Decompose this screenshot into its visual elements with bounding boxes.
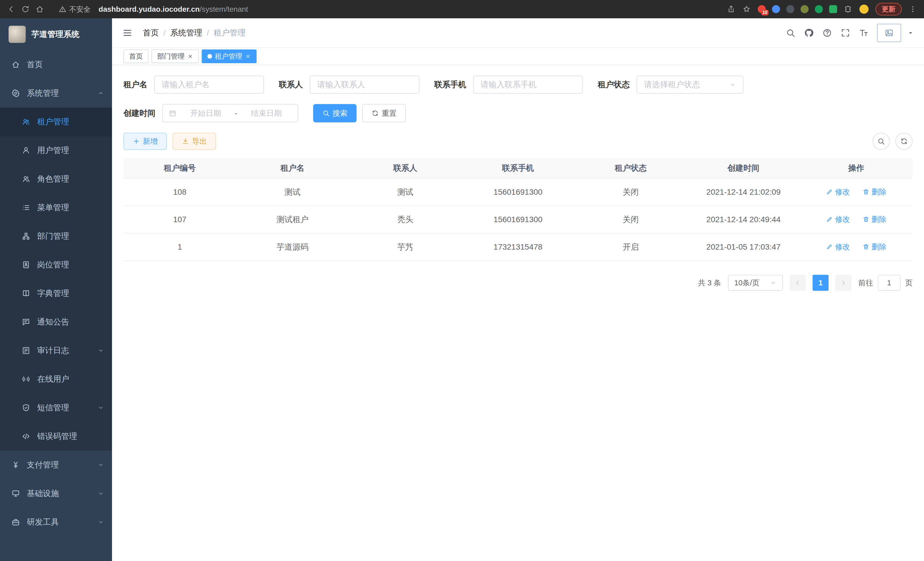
org-tree-icon [22, 232, 30, 241]
sidebar-menu-item[interactable]: 首页 [0, 50, 112, 79]
sidebar-menu-item[interactable]: 短信管理 [0, 393, 112, 422]
sidebar: 芋道管理系统 首页 系统管理 [0, 18, 112, 561]
create-time-range[interactable]: 开始日期 - 结束日期 [162, 104, 298, 122]
contact-input[interactable] [310, 75, 419, 94]
table-column-header: 租户编号 [123, 158, 236, 178]
page-size-select[interactable]: 10条/页 [728, 275, 783, 291]
security-indicator[interactable]: 不安全 [59, 5, 91, 14]
bookmark-star-icon[interactable] [742, 5, 751, 14]
tab-label: 租户管理 [215, 52, 242, 61]
sidebar-menu-item[interactable]: 菜单管理 [0, 193, 112, 222]
chevron-down-icon [770, 279, 777, 286]
page-number-button[interactable]: 1 [813, 275, 829, 291]
extension-icon[interactable] [815, 5, 823, 13]
header-search-icon[interactable] [786, 28, 795, 38]
refresh-table-button[interactable] [896, 133, 913, 150]
update-button[interactable]: 更新 [875, 3, 902, 15]
sidebar-menu-item[interactable]: 支付管理 [0, 451, 112, 479]
breadcrumb-item[interactable]: 首页 [143, 27, 170, 38]
add-button[interactable]: 新增 [123, 133, 167, 150]
browser-reload-icon[interactable] [21, 5, 30, 14]
tenant-name-input[interactable] [154, 75, 264, 94]
tenant-name-label: 租户名 [123, 79, 147, 90]
sidebar-menu-item[interactable]: 研发工具 [0, 508, 112, 536]
breadcrumb-item[interactable]: 系统管理 [170, 27, 214, 38]
browser-profile-avatar[interactable] [860, 5, 868, 14]
sidebar-menu-item[interactable]: 租户管理 [0, 108, 112, 136]
sidebar-menu-item[interactable]: 错误码管理 [0, 422, 112, 451]
edit-link[interactable]: 修改 [826, 214, 850, 224]
browser-back-icon[interactable] [7, 5, 15, 14]
search-icon [322, 110, 330, 117]
sidebar-menu-item[interactable]: 岗位管理 [0, 250, 112, 279]
reset-button[interactable]: 重置 [362, 104, 406, 122]
table-column-header: 操作 [800, 158, 913, 178]
edit-link[interactable]: 修改 [826, 187, 850, 197]
page-tab[interactable]: 首页 [123, 50, 148, 63]
cell-tenant-id: 108 [123, 178, 236, 206]
share-icon[interactable] [727, 5, 735, 14]
page-jump-input[interactable] [878, 275, 901, 291]
sidebar-menu-item[interactable]: 通知公告 [0, 308, 112, 336]
font-size-icon[interactable] [859, 28, 868, 38]
screen: 不安全 dashboard.yudao.iocoder.cn/system/te… [0, 0, 924, 561]
sidebar-menu-item[interactable]: 基础设施 [0, 479, 112, 508]
extension-icon[interactable] [829, 5, 837, 13]
cell-phone: 15601691300 [462, 206, 574, 233]
cell-tenant-id: 1 [123, 233, 236, 261]
url-path: /system/tenant [200, 5, 248, 14]
close-icon[interactable] [188, 53, 193, 59]
github-icon[interactable] [804, 28, 814, 38]
delete-link[interactable]: 删除 [862, 242, 886, 252]
extension-icon[interactable] [786, 5, 794, 13]
table-row: 108 测试 测试 15601691300 关闭 2021-12-14 21:0… [123, 178, 913, 206]
sidebar-menu-item[interactable]: 字典管理 [0, 279, 112, 308]
sidebar-menu-item[interactable]: 角色管理 [0, 165, 112, 193]
extension-icon[interactable] [772, 5, 780, 13]
toggle-search-button[interactable] [873, 133, 890, 150]
prev-page-button[interactable] [790, 275, 806, 291]
tabs-bar: 首页 部门管理 租户管理 [112, 48, 924, 65]
user-avatar[interactable] [877, 24, 901, 42]
extension-icon[interactable] [801, 5, 808, 13]
chevron-down-icon [98, 519, 104, 525]
browser-menu-icon[interactable] [909, 5, 917, 14]
extension-icon[interactable]: 10 [758, 5, 766, 13]
avatar-caret-icon[interactable] [908, 30, 914, 36]
phone-input[interactable] [473, 75, 583, 94]
menu-item-label: 用户管理 [37, 145, 105, 156]
tenant-status-select[interactable]: 请选择租户状态 [637, 75, 743, 94]
sidebar-menu-item[interactable]: 审计日志 [0, 336, 112, 365]
help-icon[interactable] [822, 28, 832, 38]
delete-link[interactable]: 删除 [862, 214, 886, 224]
menu-item-label: 岗位管理 [37, 259, 105, 270]
page-tab[interactable]: 部门管理 [152, 50, 199, 63]
code-icon [22, 432, 30, 441]
edit-link[interactable]: 修改 [826, 242, 850, 252]
chevron-up-icon [98, 90, 104, 96]
menu-item-label: 审计日志 [37, 345, 91, 356]
close-icon[interactable] [245, 53, 251, 59]
chevron-down-icon [98, 347, 104, 354]
sidebar-menu-item[interactable]: 在线用户 [0, 365, 112, 393]
post-icon [22, 260, 30, 269]
export-button[interactable]: 导出 [172, 133, 216, 150]
sidebar-menu-item[interactable]: 部门管理 [0, 222, 112, 250]
refresh-icon [371, 110, 379, 117]
extensions-puzzle-icon[interactable] [844, 5, 853, 14]
search-button[interactable]: 搜索 [313, 104, 357, 122]
delete-link[interactable]: 删除 [862, 187, 886, 197]
sidebar-toggle-icon[interactable] [122, 28, 133, 38]
page-tab[interactable]: 租户管理 [202, 50, 256, 63]
next-page-button[interactable] [836, 275, 851, 291]
browser-home-icon[interactable] [35, 5, 44, 14]
app-title: 芋道管理系统 [32, 29, 80, 40]
app-logo[interactable]: 芋道管理系统 [0, 18, 112, 50]
fullscreen-icon[interactable] [841, 28, 850, 38]
breadcrumb-item[interactable]: 租户管理 [214, 27, 246, 38]
search-icon [877, 137, 885, 145]
sidebar-menu-item[interactable]: 系统管理 [0, 79, 112, 108]
cell-contact: 秃头 [349, 206, 462, 233]
url-bar[interactable]: dashboard.yudao.iocoder.cn/system/tenant [99, 5, 248, 14]
sidebar-menu-item[interactable]: 用户管理 [0, 136, 112, 165]
